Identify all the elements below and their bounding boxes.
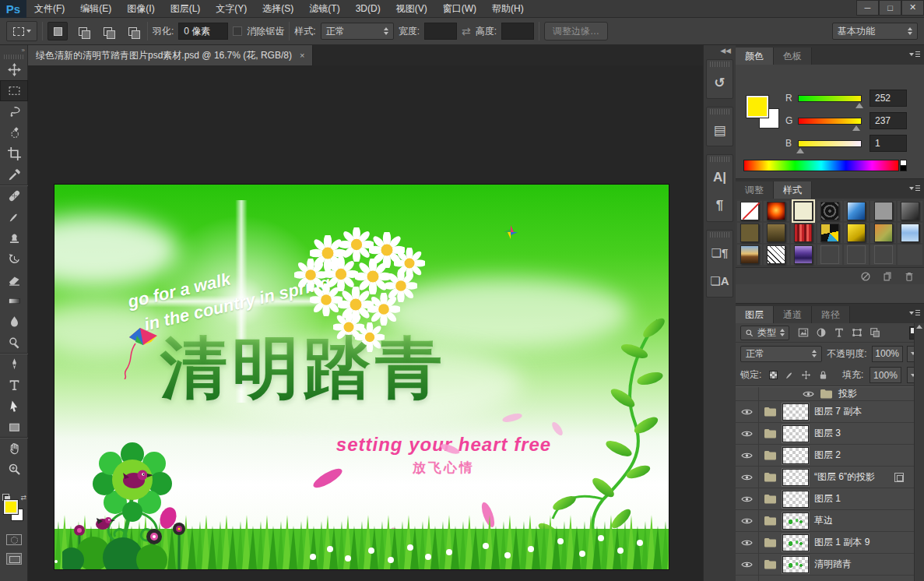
layer-2[interactable]: ▼ 图层 2	[736, 445, 924, 467]
panel-menu-icon[interactable]	[909, 185, 920, 192]
visibility-toggle[interactable]	[736, 488, 759, 509]
antialias-checkbox[interactable]	[233, 26, 242, 36]
rectangular-marquee-tool[interactable]	[0, 80, 28, 101]
gradient-tool[interactable]	[0, 290, 28, 312]
subtract-from-selection-button[interactable]	[97, 22, 118, 40]
eyedropper-tool[interactable]	[0, 164, 28, 185]
menu-edit[interactable]: 编辑(E)	[72, 0, 119, 17]
menu-view[interactable]: 视图(V)	[388, 0, 435, 17]
maximize-button[interactable]: □	[879, 0, 901, 16]
scroll-up-arrow[interactable]	[916, 325, 922, 329]
visibility-toggle[interactable]	[736, 467, 759, 488]
color-spectrum-ramp[interactable]	[743, 160, 899, 171]
properties-panel-icon[interactable]: ▤	[707, 116, 733, 144]
width-input[interactable]	[424, 23, 457, 40]
menu-image[interactable]: 图像(I)	[119, 0, 162, 17]
style-empty-2[interactable]	[844, 245, 869, 265]
eraser-tool[interactable]	[0, 269, 28, 290]
blend-mode-select[interactable]: 正常	[740, 346, 822, 362]
slider-thumb[interactable]	[852, 125, 860, 131]
style-purple-stripes[interactable]	[791, 245, 816, 265]
visibility-toggle[interactable]	[736, 554, 759, 575]
crop-tool[interactable]	[0, 143, 28, 164]
visibility-toggle[interactable]	[736, 401, 759, 422]
tab-adjustments[interactable]: 调整	[736, 181, 774, 199]
layer-1-copy-9[interactable]: ▼ 图层 1 副本 9	[736, 532, 924, 554]
clone-stamp-tool[interactable]	[0, 227, 28, 248]
menu-file[interactable]: 文件(F)	[26, 0, 72, 17]
layers-scrollbar[interactable]	[914, 323, 924, 581]
tool-preset-picker[interactable]	[6, 21, 37, 41]
close-tab-icon[interactable]: ×	[300, 51, 304, 60]
clear-style-icon[interactable]	[860, 271, 871, 282]
character-panel-icon[interactable]: A|	[707, 164, 733, 192]
paragraph-panel-icon[interactable]: ¶	[707, 192, 733, 220]
tab-paths[interactable]: 路径	[812, 306, 850, 323]
style-red-stripes[interactable]	[791, 223, 816, 243]
new-style-icon[interactable]	[882, 271, 893, 282]
paragraph-styles-panel-icon[interactable]: ❏A	[707, 267, 733, 295]
layer-thumbnail[interactable]	[782, 556, 809, 573]
workspace-select[interactable]: 基本功能	[832, 23, 918, 40]
style-cream-outline[interactable]	[791, 201, 816, 221]
menu-3d[interactable]: 3D(D)	[348, 0, 388, 17]
opacity-value[interactable]: 100%	[872, 346, 903, 362]
layer-thumbnail[interactable]	[782, 447, 809, 464]
style-gray-gradient[interactable]	[898, 201, 922, 221]
style-landscape[interactable]	[737, 245, 762, 265]
style-blue-bevel[interactable]	[898, 223, 922, 243]
style-none[interactable]	[737, 201, 762, 221]
new-selection-button[interactable]	[47, 22, 68, 40]
layer-thumbnail[interactable]	[782, 469, 809, 486]
color-slider-track[interactable]	[798, 118, 862, 125]
add-to-selection-button[interactable]	[72, 22, 93, 40]
filter-shape-layers-icon[interactable]	[852, 327, 863, 338]
style-olive[interactable]	[737, 223, 762, 243]
quick-selection-tool[interactable]	[0, 122, 28, 143]
pen-tool[interactable]	[0, 354, 28, 375]
color-slider-track[interactable]	[798, 140, 862, 147]
rectangle-tool[interactable]	[0, 417, 28, 438]
menu-filter[interactable]: 滤镜(T)	[301, 0, 347, 17]
quick-mask-button[interactable]	[6, 534, 22, 545]
intersect-selection-button[interactable]	[122, 22, 142, 40]
menu-select[interactable]: 选择(S)	[255, 0, 301, 17]
filter-adjustment-layers-icon[interactable]	[816, 327, 827, 338]
visibility-toggle[interactable]	[736, 576, 759, 581]
feather-input[interactable]: 0 像素	[178, 23, 228, 40]
color-slider-track[interactable]	[798, 95, 862, 102]
layer-caobian[interactable]: ▼ 草边	[736, 510, 924, 532]
swap-dimensions-icon[interactable]: ⇄	[462, 25, 471, 37]
brush-tool[interactable]	[0, 206, 28, 227]
style-flat-gray[interactable]	[870, 201, 895, 221]
color-value-input[interactable]: 252	[870, 90, 907, 107]
screen-mode-button[interactable]	[6, 553, 22, 565]
lasso-tool[interactable]	[0, 101, 28, 122]
type-tool[interactable]	[0, 375, 28, 396]
color-value-input[interactable]: 237	[870, 112, 907, 129]
delete-style-icon[interactable]	[904, 271, 915, 282]
style-empty-4[interactable]	[898, 245, 922, 265]
effect-eye-icon[interactable]	[803, 390, 814, 398]
spot-healing-brush-tool[interactable]	[0, 185, 28, 206]
panel-menu-icon[interactable]	[909, 309, 920, 316]
layer-thumbnail[interactable]	[782, 512, 809, 530]
expand-dock-icon[interactable]: ◀◀	[704, 45, 736, 56]
layer-qingmingtaqing[interactable]: ▼ 清明踏青	[736, 554, 924, 576]
style-empty-1[interactable]	[817, 245, 842, 265]
menu-help[interactable]: 帮助(H)	[484, 0, 532, 17]
style-abstract[interactable]	[817, 223, 842, 243]
style-bronze[interactable]	[764, 223, 789, 243]
layer-7-copy[interactable]: ▼ 图层 7 副本	[736, 401, 924, 423]
visibility-toggle[interactable]	[736, 387, 759, 400]
style-blue-gloss[interactable]	[844, 201, 869, 221]
move-tool[interactable]	[0, 59, 28, 80]
visibility-toggle[interactable]	[736, 423, 759, 444]
slider-thumb[interactable]	[796, 148, 804, 153]
layer-3[interactable]: ▼ 图层 3	[736, 423, 924, 445]
swap-colors-icon[interactable]: ⇄	[20, 494, 26, 502]
layer-effect-drop-shadow[interactable]: ▼ 投影	[736, 387, 924, 401]
lock-pixels-icon[interactable]	[785, 370, 795, 381]
layer-1[interactable]: ▼ 图层 1	[736, 488, 924, 510]
history-panel-icon[interactable]: ↺	[707, 69, 733, 97]
